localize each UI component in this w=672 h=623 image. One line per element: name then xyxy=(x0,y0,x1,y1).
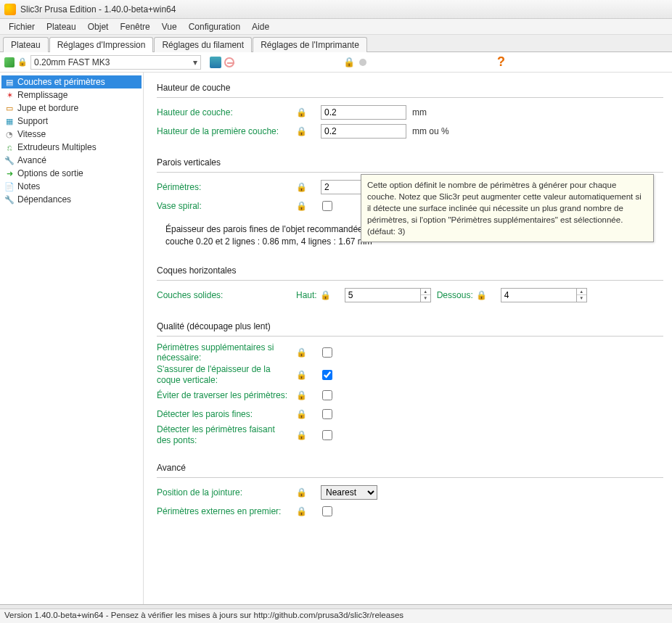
lock-icon: 🔒 xyxy=(296,390,306,400)
reset-icon[interactable] xyxy=(359,59,366,66)
sidebar-label: Jupe et bordure xyxy=(17,103,78,113)
label-bottom: Dessous: xyxy=(437,290,473,300)
tab-reglages-imprimante[interactable]: Réglages de l'Imprimante xyxy=(253,37,367,52)
label-top: Haut: xyxy=(296,290,317,300)
reset-icon xyxy=(311,184,316,190)
checkbox-spiral[interactable] xyxy=(322,201,332,211)
sidebar-label: Remplissage xyxy=(17,90,67,100)
section-title: Hauteur de couche xyxy=(157,83,663,93)
checkbox-ext-first[interactable] xyxy=(322,506,332,516)
sidebar-label: Dépendances xyxy=(17,194,71,205)
checkbox-thin[interactable] xyxy=(322,409,332,419)
divider xyxy=(157,172,663,173)
reset-icon xyxy=(311,432,316,438)
checkbox-avoid[interactable] xyxy=(322,390,332,400)
note-line: couche 0.20 et 2 lignes : 0.86 mm, 4 lig… xyxy=(165,236,372,247)
reset-icon xyxy=(311,350,316,355)
label-extra-perim: Périmètres supplémentaires si nécessaire… xyxy=(157,342,296,363)
sidebar-item-remplissage[interactable]: ✶Remplissage xyxy=(1,88,142,102)
sidebar-label: Support xyxy=(17,116,48,126)
lock-icon: 🔒 xyxy=(296,347,306,358)
input-bottom[interactable] xyxy=(501,288,577,302)
select-seam[interactable]: Nearest xyxy=(321,485,377,500)
menu-aide[interactable]: Aide xyxy=(246,20,275,33)
input-first-layer[interactable] xyxy=(321,124,406,139)
sidebar-item-jupe[interactable]: ▭Jupe et bordure xyxy=(1,102,142,115)
toolbar: 🔒 0.20mm FAST MK3 🔒 ? xyxy=(0,52,672,73)
reset-icon xyxy=(311,392,316,398)
lock-icon: 🔒 xyxy=(296,370,306,380)
layers-icon: ▤ xyxy=(4,77,15,87)
infill-icon: ✶ xyxy=(4,90,15,100)
section-title: Coques horizontales xyxy=(157,265,663,276)
input-layer-height[interactable] xyxy=(321,105,406,120)
sidebar-label: Avancé xyxy=(17,155,46,165)
menu-plateau[interactable]: Plateau xyxy=(41,20,82,33)
tab-reglages-filament[interactable]: Réglages du filament xyxy=(154,37,252,52)
spinner-top[interactable]: ▲▼ xyxy=(421,288,431,302)
reset-icon xyxy=(311,203,316,209)
output-icon: ➜ xyxy=(4,168,15,178)
lock-icon: 🔒 xyxy=(296,430,306,440)
sidebar: ▤Couches et périmètres ✶Remplissage ▭Jup… xyxy=(0,73,144,621)
menu-vue[interactable]: Vue xyxy=(156,20,183,33)
label-layer-height: Hauteur de couche: xyxy=(157,107,296,117)
reset-icon xyxy=(491,292,496,298)
sidebar-item-avance[interactable]: 🔧Avancé xyxy=(1,154,142,167)
divider xyxy=(157,336,663,337)
menu-fichier[interactable]: Fichier xyxy=(3,20,41,33)
lock-icon: 🔒 xyxy=(476,290,486,300)
label-ensure: S'assurer de l'épaisseur de la coque ver… xyxy=(157,364,296,385)
sidebar-label: Notes xyxy=(17,181,40,191)
sidebar-item-deps[interactable]: 🔧Dépendances xyxy=(1,193,142,206)
menu-fenetre[interactable]: Fenêtre xyxy=(114,20,155,33)
label-perimeters: Périmètres: xyxy=(157,182,296,192)
label-seam: Position de la jointure: xyxy=(157,487,296,498)
sidebar-label: Couches et périmètres xyxy=(17,77,105,87)
deps-icon: 🔧 xyxy=(4,194,15,205)
sidebar-item-extrudeurs[interactable]: ⎌Extrudeurs Multiples xyxy=(1,141,142,154)
sidebar-item-notes[interactable]: 📄Notes xyxy=(1,180,142,193)
delete-icon[interactable] xyxy=(224,57,234,67)
label-first-layer: Hauteur de la première couche: xyxy=(157,126,296,136)
menubar: Fichier Plateau Objet Fenêtre Vue Config… xyxy=(0,19,672,35)
titlebar: Slic3r Prusa Edition - 1.40.0-beta+win64 xyxy=(0,0,672,19)
lock-icon: 🔒 xyxy=(296,409,306,419)
lock-icon: 🔒 xyxy=(296,182,306,192)
lock-icon: 🔒 xyxy=(17,57,28,67)
reset-icon xyxy=(311,372,316,378)
sidebar-item-vitesse[interactable]: ◔Vitesse xyxy=(1,128,142,141)
menu-configuration[interactable]: Configuration xyxy=(183,20,246,33)
sidebar-label: Options de sortie xyxy=(17,168,83,178)
label-spiral: Vase spiral: xyxy=(157,201,296,211)
help-icon[interactable]: ? xyxy=(497,54,505,70)
divider xyxy=(157,477,663,478)
checkbox-ensure[interactable] xyxy=(322,370,332,380)
reset-icon xyxy=(311,490,316,495)
tab-reglages-impression[interactable]: Réglages d'Impression xyxy=(49,37,154,52)
save-icon[interactable] xyxy=(210,57,221,68)
checkbox-extra-perim[interactable] xyxy=(322,347,332,358)
section-title: Parois verticales xyxy=(157,157,663,168)
section-title: Qualité (découpage plus lent) xyxy=(157,321,663,331)
checkbox-bridge[interactable] xyxy=(322,430,332,440)
reset-icon xyxy=(335,292,340,298)
tab-plateau[interactable]: Plateau xyxy=(3,37,49,52)
notes-icon: 📄 xyxy=(4,181,15,191)
label-avoid: Éviter de traverser les périmètres: xyxy=(157,390,296,400)
preset-selector[interactable]: 0.20mm FAST MK3 xyxy=(30,55,201,70)
sidebar-item-couches[interactable]: ▤Couches et périmètres xyxy=(1,75,142,88)
sidebar-item-support[interactable]: ▦Support xyxy=(1,115,142,128)
lock-icon: 🔒 xyxy=(296,487,306,498)
sidebar-label: Vitesse xyxy=(17,129,46,139)
tabbar: Plateau Réglages d'Impression Réglages d… xyxy=(0,35,672,52)
input-top[interactable] xyxy=(345,288,421,302)
support-icon: ▦ xyxy=(4,116,15,126)
sidebar-item-options[interactable]: ➜Options de sortie xyxy=(1,167,142,180)
spinner-bottom[interactable]: ▲▼ xyxy=(577,288,587,302)
section-title: Avancé xyxy=(157,463,663,473)
menu-objet[interactable]: Objet xyxy=(82,20,115,33)
reset-icon xyxy=(311,128,316,134)
tooltip-perimeters: Cette option définit le nombre de périmè… xyxy=(361,174,654,242)
skirt-icon: ▭ xyxy=(4,103,15,113)
